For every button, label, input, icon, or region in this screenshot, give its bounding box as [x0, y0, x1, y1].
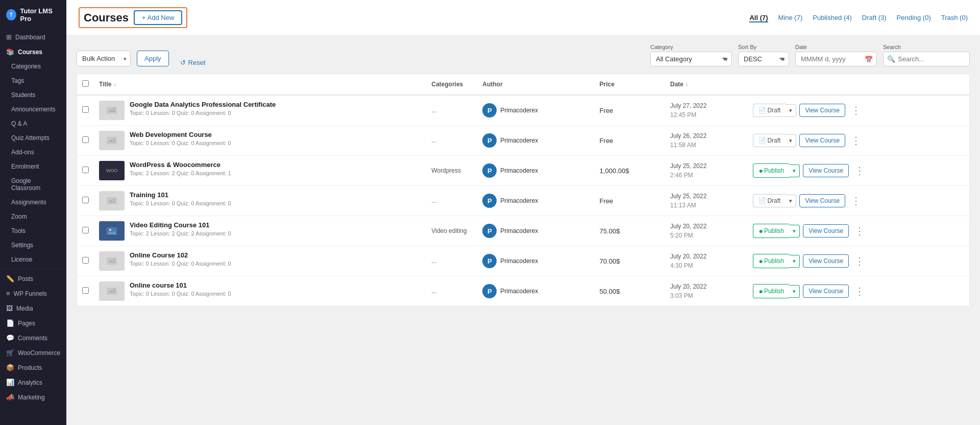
sidebar-item-posts[interactable]: ✏️ Posts	[0, 271, 66, 286]
author-info: P Primacoderex	[482, 194, 589, 208]
category-select[interactable]: All Category Wordpress Video editing	[650, 52, 732, 66]
sidebar-item-comments[interactable]: 💬 Comments	[0, 330, 66, 345]
status-chevron-button[interactable]: ▾	[789, 285, 800, 298]
date-input[interactable]	[795, 52, 877, 66]
sidebar-item-products[interactable]: 📦 Products	[0, 360, 66, 375]
table-row: Web Development Course Topic: 0 Lesson: …	[77, 126, 970, 156]
row-checkbox-2[interactable]	[82, 167, 89, 173]
search-input[interactable]	[883, 52, 970, 66]
sidebar-item-settings[interactable]: Settings	[0, 238, 66, 252]
row-checkbox-0[interactable]	[82, 106, 89, 113]
sidebar-item-announcements[interactable]: Announcements	[0, 102, 66, 116]
status-button[interactable]: ●Publish	[753, 224, 789, 238]
course-title: Web Development Course	[130, 131, 231, 138]
more-options-button[interactable]: ⋮	[848, 134, 864, 147]
status-chevron-button[interactable]: ▾	[786, 104, 796, 117]
sidebar-item-wp-funnels[interactable]: ≡ WP Funnels	[0, 286, 66, 301]
row-author-cell: P Primacoderex	[477, 126, 594, 156]
th-title-sort[interactable]: Title ↕	[99, 81, 421, 88]
course-date-value: July 26, 2022	[670, 131, 743, 140]
row-checkbox-3[interactable]	[82, 197, 89, 203]
sidebar-item-categories[interactable]: Categories	[0, 59, 66, 74]
apply-button[interactable]: Apply	[137, 51, 169, 66]
more-options-button[interactable]: ⋮	[852, 285, 867, 297]
reset-button[interactable]: ↺ Reset	[180, 59, 206, 66]
status-button[interactable]: 📄Draft	[753, 104, 786, 117]
select-all-checkbox[interactable]	[82, 80, 89, 87]
sidebar-item-zoom[interactable]: Zoom	[0, 209, 66, 224]
sidebar-item-quiz-attempts[interactable]: Quiz Attempts	[0, 131, 66, 145]
tab-draft[interactable]: Draft (3)	[862, 13, 887, 22]
course-date: July 20, 2022 5:20 PM	[670, 222, 743, 240]
tab-trash[interactable]: Trash (0)	[941, 13, 968, 22]
status-button[interactable]: 📄Draft	[753, 194, 786, 207]
row-title-cell: Online Course 102 Topic: 0 Lesson: 0 Qui…	[94, 246, 426, 276]
tab-mine[interactable]: Mine (7)	[778, 13, 803, 22]
sidebar-item-pages[interactable]: 📄 Pages	[0, 316, 66, 330]
sidebar-item-courses[interactable]: 📚 Courses	[0, 44, 66, 59]
add-new-button[interactable]: + Add New	[134, 10, 182, 25]
sidebar-item-license[interactable]: License	[0, 252, 66, 267]
view-course-button[interactable]: View Course	[799, 104, 845, 117]
action-buttons: ●Publish ▾ View Course ⋮	[753, 284, 964, 298]
author-name: Primacoderex	[500, 167, 538, 174]
view-course-button[interactable]: View Course	[803, 254, 849, 268]
status-button[interactable]: 📄Draft	[753, 134, 786, 147]
row-checkbox-1[interactable]	[82, 136, 89, 143]
status-chevron-button[interactable]: ▾	[786, 195, 796, 207]
date-filter: Date 📅	[795, 44, 877, 66]
bulk-action-select[interactable]: Bulk Action	[77, 51, 131, 66]
view-course-button[interactable]: View Course	[803, 224, 849, 238]
sidebar-item-tools[interactable]: Tools	[0, 224, 66, 238]
sort-by-select[interactable]: DESC ASC	[738, 52, 789, 66]
more-options-button[interactable]: ⋮	[848, 195, 864, 207]
status-chevron-button[interactable]: ▾	[789, 255, 800, 268]
status-button[interactable]: ●Publish	[753, 163, 789, 178]
analytics-icon: 📊	[6, 379, 14, 386]
tab-published[interactable]: Published (4)	[813, 13, 852, 22]
row-checkbox-5[interactable]	[82, 257, 89, 264]
tab-all[interactable]: All (7)	[749, 13, 768, 22]
row-checkbox-cell	[77, 276, 94, 306]
more-options-button[interactable]: ⋮	[852, 225, 867, 237]
row-checkbox-6[interactable]	[82, 287, 89, 294]
sidebar-item-qa[interactable]: Q & A	[0, 116, 66, 131]
marketing-icon: 📣	[6, 393, 14, 401]
status-button[interactable]: ●Publish	[753, 284, 789, 298]
sidebar-item-woocommerce[interactable]: 🛒 WooCommerce	[0, 345, 66, 360]
th-date-sort[interactable]: Date ↕	[670, 81, 743, 88]
sidebar-item-marketing[interactable]: 📣 Marketing	[0, 390, 66, 405]
table-row: Online course 101 Topic: 0 Lesson: 0 Qui…	[77, 276, 970, 306]
course-details: Online course 101 Topic: 0 Lesson: 0 Qui…	[130, 281, 231, 297]
sidebar-item-assignments[interactable]: Assignments	[0, 195, 66, 209]
sidebar-item-addons[interactable]: Add-ons	[0, 145, 66, 159]
sidebar-item-enrolment[interactable]: Enrolment	[0, 159, 66, 174]
more-options-button[interactable]: ⋮	[852, 164, 867, 177]
sidebar-item-students[interactable]: Students	[0, 88, 66, 102]
view-course-button[interactable]: View Course	[799, 134, 845, 147]
table-header-row: Title ↕ Categories Author Price Date ↕	[77, 74, 970, 96]
status-button[interactable]: ●Publish	[753, 254, 789, 268]
more-options-button[interactable]: ⋮	[852, 255, 867, 267]
th-title: Title ↕	[94, 74, 426, 96]
tab-pending[interactable]: Pending (0)	[897, 13, 931, 22]
topbar-left: Courses + Add New	[79, 7, 187, 28]
category-filter: Category All Category Wordpress Video ed…	[650, 44, 732, 66]
status-chevron-button[interactable]: ▾	[789, 164, 800, 177]
sidebar-item-dashboard[interactable]: ⊞ Dashboard	[0, 30, 66, 44]
status-chevron-button[interactable]: ▾	[789, 225, 800, 238]
sidebar-item-analytics[interactable]: 📊 Analytics	[0, 375, 66, 390]
sidebar-item-media[interactable]: 🖼 Media	[0, 301, 66, 316]
view-course-button[interactable]: View Course	[803, 164, 849, 177]
status-chevron-button[interactable]: ▾	[786, 134, 796, 147]
more-options-button[interactable]: ⋮	[848, 104, 864, 116]
row-author-cell: P Primacoderex	[477, 246, 594, 276]
funnels-icon: ≡	[6, 290, 10, 297]
sidebar-item-google-classroom[interactable]: Google Classroom	[0, 174, 66, 195]
status-group: ●Publish ▾	[753, 224, 800, 238]
view-course-button[interactable]: View Course	[799, 194, 845, 207]
view-course-button[interactable]: View Course	[803, 285, 849, 298]
row-checkbox-4[interactable]	[82, 227, 89, 233]
row-categories-cell: ...	[426, 126, 477, 156]
sidebar-item-tags[interactable]: Tags	[0, 74, 66, 88]
